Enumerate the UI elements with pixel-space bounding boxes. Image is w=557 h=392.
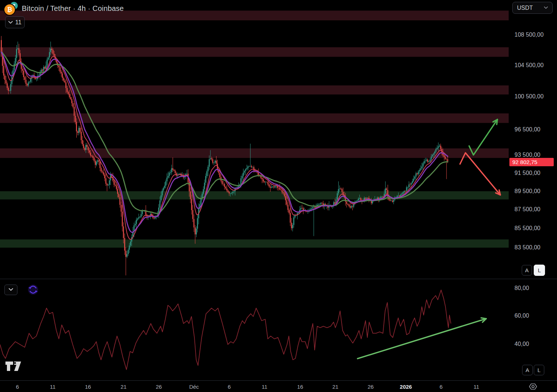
- candle-body: [191, 199, 192, 210]
- log-scale-button[interactable]: L: [534, 265, 545, 276]
- ma-mid[interactable]: [1, 52, 448, 233]
- candle-body: [17, 48, 19, 49]
- candle-body: [403, 192, 404, 194]
- candle-body: [399, 196, 400, 196]
- resistance-zone[interactable]: [0, 47, 509, 57]
- pane-separator[interactable]: [0, 279, 557, 279]
- candle-body: [224, 184, 225, 187]
- time-tick-label: 16: [292, 384, 308, 390]
- candle-body: [61, 72, 62, 74]
- candle-body: [420, 168, 421, 170]
- auto-scale-button[interactable]: A: [522, 265, 532, 275]
- candle-body: [81, 132, 82, 140]
- candle-body: [275, 186, 276, 187]
- candle-body: [434, 152, 435, 154]
- currency-selector[interactable]: USDT: [512, 2, 553, 14]
- candle-body: [270, 187, 271, 188]
- rsi-pane[interactable]: [0, 279, 509, 380]
- price-axis-label: 104 500,00: [514, 62, 544, 69]
- price-pane-canvas: [0, 0, 509, 279]
- candle-body: [175, 171, 176, 173]
- candle-body: [126, 254, 128, 257]
- candle-body: [227, 191, 229, 192]
- price-axis[interactable]: USDT 108 500,00104 500,00100 500,0096 50…: [509, 0, 557, 279]
- time-tick-label: 6: [221, 384, 237, 390]
- candle-body: [433, 154, 434, 155]
- price-axis-label: 85 500,00: [514, 225, 540, 232]
- candle-body: [222, 181, 223, 184]
- rsi-collapse-button[interactable]: [4, 285, 17, 295]
- candle-body: [140, 217, 141, 217]
- candle-body: [64, 81, 65, 82]
- candle-body: [319, 204, 320, 204]
- candle-body: [176, 173, 177, 176]
- candle-body: [405, 191, 406, 191]
- candle-body: [7, 83, 8, 88]
- candle-body: [120, 197, 121, 205]
- candle-body: [114, 181, 115, 185]
- candle-body: [391, 201, 392, 201]
- candle-body: [244, 171, 245, 173]
- rsi-uptrend-arrow[interactable]: [358, 319, 486, 359]
- candle-body: [273, 187, 274, 187]
- candle-body: [246, 168, 247, 169]
- candle-body: [280, 189, 282, 190]
- rsi-auto-scale-button[interactable]: A: [522, 365, 533, 375]
- time-tick-label: 26: [363, 384, 379, 390]
- tradingview-logo[interactable]: [5, 361, 22, 371]
- candle-body: [378, 197, 379, 199]
- candle-body: [23, 71, 24, 77]
- time-tick-label: 21: [116, 384, 132, 390]
- candle-body: [367, 198, 368, 198]
- time-axis[interactable]: 611162126Déc6111621262026611: [0, 381, 557, 392]
- candle-body: [409, 184, 411, 185]
- price-pane[interactable]: [0, 0, 509, 279]
- rsi-line[interactable]: [0, 290, 451, 369]
- candle-body: [311, 208, 312, 209]
- candle-body: [103, 172, 104, 175]
- candle-body: [385, 188, 386, 193]
- bearish-projection-arrow[interactable]: [460, 153, 500, 195]
- candle-body: [241, 178, 242, 184]
- candle-body: [27, 84, 28, 85]
- support-zone[interactable]: [0, 240, 509, 248]
- candle-body: [234, 191, 235, 192]
- time-tick-label: 11: [257, 384, 273, 390]
- gear-icon[interactable]: [529, 382, 537, 391]
- price-axis-label: 89 500,00: [514, 188, 540, 195]
- sync-icon[interactable]: [28, 284, 39, 295]
- candle-body: [205, 176, 206, 183]
- candle-body: [225, 187, 226, 188]
- candle-body: [86, 145, 88, 147]
- price-axis-label: 87 500,00: [514, 206, 540, 213]
- candle-body: [106, 184, 108, 185]
- candle-body: [340, 189, 342, 189]
- price-axis-label: 100 500,00: [514, 93, 544, 100]
- candle-body: [214, 163, 215, 163]
- candle-body: [162, 191, 163, 195]
- candle-body: [80, 128, 81, 132]
- legend-collapse-button[interactable]: 11: [5, 16, 25, 28]
- candle-body: [262, 178, 263, 179]
- candle-body: [154, 218, 155, 219]
- support-zone[interactable]: [0, 191, 509, 200]
- time-tick-label: 6: [9, 384, 25, 390]
- candle-body: [29, 82, 30, 82]
- candle-body: [108, 185, 109, 185]
- candle-body: [219, 173, 221, 177]
- candle-body: [249, 166, 250, 167]
- candle-body: [96, 162, 97, 165]
- candle-body: [366, 198, 367, 199]
- candle-body: [428, 162, 429, 162]
- candle-body: [404, 191, 405, 192]
- chart-title[interactable]: Bitcoin / Tether · 4h · Coinbase: [22, 4, 124, 13]
- candle-body: [282, 190, 283, 192]
- candle-body: [36, 79, 37, 79]
- candle-body: [44, 67, 45, 69]
- rsi-log-scale-button[interactable]: L: [534, 365, 544, 375]
- candle-body: [429, 160, 431, 162]
- rsi-axis[interactable]: 80,0060,0040,00 A L: [509, 279, 557, 380]
- candle-body: [85, 145, 86, 150]
- candle-body: [164, 186, 165, 188]
- candle-body: [242, 176, 243, 179]
